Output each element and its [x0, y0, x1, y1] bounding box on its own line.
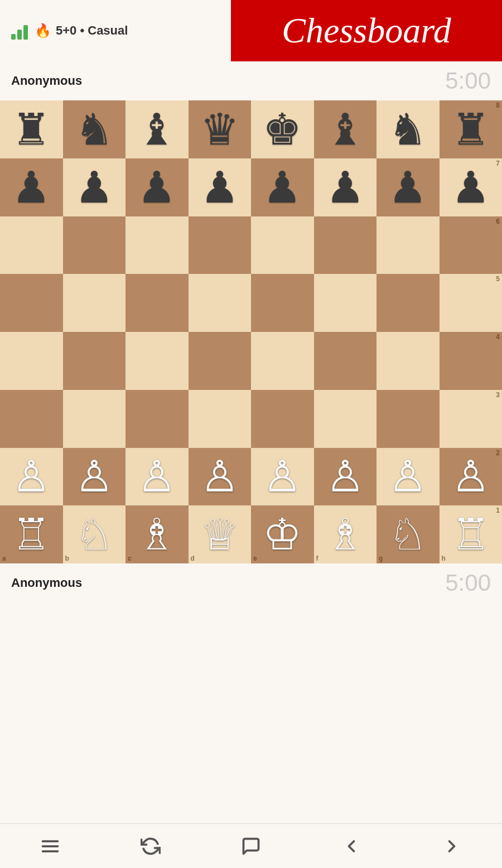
cell-c4[interactable]: [126, 332, 189, 390]
piece-wQ-d1[interactable]: ♕: [200, 513, 239, 556]
cell-f5[interactable]: [314, 274, 377, 332]
piece-wB-c1[interactable]: ♗: [137, 513, 176, 556]
cell-g8[interactable]: ♞: [376, 100, 440, 158]
piece-wP-h2[interactable]: ♙: [451, 455, 490, 498]
piece-wP-a2[interactable]: ♙: [12, 455, 51, 498]
piece-bB-f8[interactable]: ♝: [326, 108, 365, 151]
cell-g2[interactable]: ♙: [376, 448, 440, 506]
cell-c5[interactable]: [126, 274, 189, 332]
cell-g4[interactable]: [376, 332, 440, 390]
piece-wP-e2[interactable]: ♙: [263, 455, 302, 498]
cell-b3[interactable]: [63, 390, 126, 448]
piece-bP-g7[interactable]: ♟: [388, 166, 427, 209]
piece-wN-b1[interactable]: ♘: [75, 513, 114, 556]
cell-b2[interactable]: ♙: [63, 448, 126, 506]
cell-h6[interactable]: 6: [440, 216, 503, 274]
chessboard[interactable]: ♜♞♝♛♚♝♞8♜♟♟♟♟♟♟♟7♟6543♙♙♙♙♙♙♙2♙a♖b♘c♗d♕e…: [0, 100, 502, 563]
cell-d2[interactable]: ♙: [189, 448, 252, 506]
cell-c8[interactable]: ♝: [126, 100, 189, 158]
cell-h2[interactable]: 2♙: [440, 448, 503, 506]
cell-g1[interactable]: g♘: [376, 505, 440, 563]
piece-bP-a7[interactable]: ♟: [12, 166, 51, 209]
cell-c3[interactable]: [126, 390, 189, 448]
piece-bK-e8[interactable]: ♚: [263, 108, 302, 151]
piece-wK-e1[interactable]: ♔: [263, 513, 302, 556]
piece-bB-c8[interactable]: ♝: [137, 108, 176, 151]
cell-h4[interactable]: 4: [440, 332, 503, 390]
piece-bN-b8[interactable]: ♞: [75, 108, 114, 151]
cell-a7[interactable]: ♟: [0, 158, 63, 216]
cell-h7[interactable]: 7♟: [440, 158, 503, 216]
cell-a3[interactable]: [0, 390, 63, 448]
cell-e1[interactable]: e♔: [251, 505, 314, 563]
piece-bP-d7[interactable]: ♟: [200, 166, 239, 209]
cell-a5[interactable]: [0, 274, 63, 332]
cell-d4[interactable]: [189, 332, 252, 390]
cell-h1[interactable]: 1h♖: [440, 505, 503, 563]
piece-bP-c7[interactable]: ♟: [137, 166, 176, 209]
cell-f4[interactable]: [314, 332, 377, 390]
cell-d8[interactable]: ♛: [189, 100, 252, 158]
piece-bR-h8[interactable]: ♜: [451, 108, 490, 151]
piece-bQ-d8[interactable]: ♛: [200, 108, 239, 151]
cell-e4[interactable]: [251, 332, 314, 390]
chat-button[interactable]: [231, 830, 271, 863]
piece-wP-g2[interactable]: ♙: [388, 455, 427, 498]
cell-f6[interactable]: [314, 216, 377, 274]
piece-wR-h1[interactable]: ♖: [451, 513, 490, 556]
cell-a4[interactable]: [0, 332, 63, 390]
cell-f8[interactable]: ♝: [314, 100, 377, 158]
cell-g6[interactable]: [376, 216, 440, 274]
cell-e7[interactable]: ♟: [251, 158, 314, 216]
piece-wN-g1[interactable]: ♘: [388, 513, 427, 556]
cell-d7[interactable]: ♟: [189, 158, 252, 216]
cell-b8[interactable]: ♞: [63, 100, 126, 158]
menu-button[interactable]: [31, 830, 70, 863]
cell-a1[interactable]: a♖: [0, 505, 63, 563]
piece-bN-g8[interactable]: ♞: [388, 108, 427, 151]
piece-wP-b2[interactable]: ♙: [75, 455, 114, 498]
cell-h3[interactable]: 3: [440, 390, 503, 448]
cell-c2[interactable]: ♙: [126, 448, 189, 506]
piece-bP-e7[interactable]: ♟: [263, 166, 302, 209]
cell-a8[interactable]: ♜: [0, 100, 63, 158]
cell-d1[interactable]: d♕: [189, 505, 252, 563]
cell-g7[interactable]: ♟: [376, 158, 440, 216]
cell-b6[interactable]: [63, 216, 126, 274]
cell-e2[interactable]: ♙: [251, 448, 314, 506]
cell-b5[interactable]: [63, 274, 126, 332]
flip-button[interactable]: [131, 830, 170, 863]
cell-d3[interactable]: [189, 390, 252, 448]
cell-h8[interactable]: 8♜: [440, 100, 503, 158]
next-button[interactable]: [432, 830, 471, 863]
cell-g3[interactable]: [376, 390, 440, 448]
cell-g5[interactable]: [376, 274, 440, 332]
piece-wP-f2[interactable]: ♙: [326, 455, 365, 498]
cell-d5[interactable]: [189, 274, 252, 332]
cell-h5[interactable]: 5: [440, 274, 503, 332]
piece-wB-f1[interactable]: ♗: [326, 513, 365, 556]
cell-f7[interactable]: ♟: [314, 158, 377, 216]
cell-e6[interactable]: [251, 216, 314, 274]
piece-wP-c2[interactable]: ♙: [137, 455, 176, 498]
piece-bR-a8[interactable]: ♜: [12, 108, 51, 151]
cell-f1[interactable]: f♗: [314, 505, 377, 563]
board-container[interactable]: ♜♞♝♛♚♝♞8♜♟♟♟♟♟♟♟7♟6543♙♙♙♙♙♙♙2♙a♖b♘c♗d♕e…: [0, 100, 502, 563]
cell-e5[interactable]: [251, 274, 314, 332]
piece-bP-f7[interactable]: ♟: [326, 166, 365, 209]
cell-d6[interactable]: [189, 216, 252, 274]
cell-b1[interactable]: b♘: [63, 505, 126, 563]
cell-f3[interactable]: [314, 390, 377, 448]
cell-c6[interactable]: [126, 216, 189, 274]
piece-bP-b7[interactable]: ♟: [75, 166, 114, 209]
cell-f2[interactable]: ♙: [314, 448, 377, 506]
cell-b4[interactable]: [63, 332, 126, 390]
cell-b7[interactable]: ♟: [63, 158, 126, 216]
cell-a2[interactable]: ♙: [0, 448, 63, 506]
prev-button[interactable]: [332, 830, 371, 863]
piece-wR-a1[interactable]: ♖: [12, 513, 51, 556]
cell-c7[interactable]: ♟: [126, 158, 189, 216]
cell-a6[interactable]: [0, 216, 63, 274]
piece-wP-d2[interactable]: ♙: [200, 455, 239, 498]
cell-e3[interactable]: [251, 390, 314, 448]
